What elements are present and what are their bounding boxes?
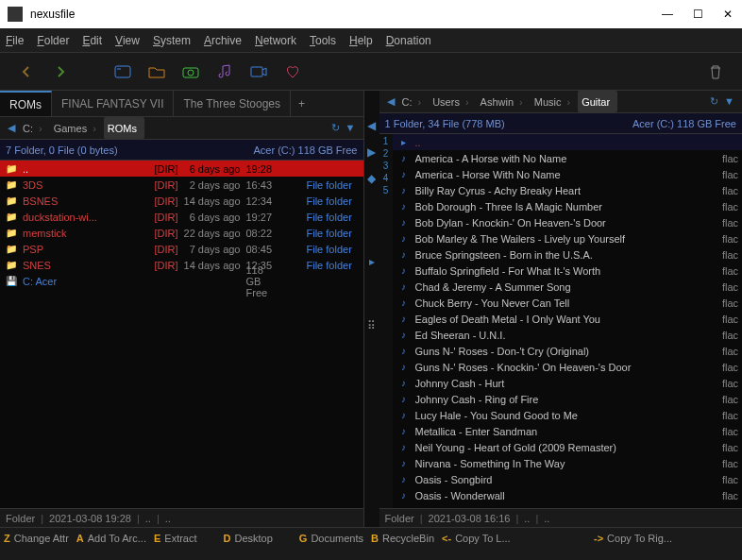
fn-copy-to-rig-[interactable]: ->Copy To Rig... [590,533,742,544]
right-file-list[interactable]: ▸..♪America - A Horse with No Nameflac♪A… [393,134,743,508]
file-ext: flac [704,201,738,212]
file-row[interactable]: ♪Metallica - Enter Sandmanflac [393,423,743,439]
file-row[interactable]: ♪Buffalo Springfield - For What It-'s Wo… [393,263,743,279]
file-ext: flac [704,185,738,196]
favorite-slot[interactable]: 1 [383,136,389,146]
tab-the-three-stooges[interactable]: The Three Stooges [174,91,291,116]
left-file-list[interactable]: 📁..[DIR]6 days ago19:28📁3DS[DIR]2 days a… [0,161,363,508]
parent-row[interactable]: ▸.. [393,134,743,150]
fn-extract[interactable]: EExtract [150,533,201,544]
dropdown-icon[interactable]: ▼ [724,95,734,108]
breadcrumb-seg[interactable]: Music [531,91,578,112]
menu-view[interactable]: View [115,34,140,47]
file-row[interactable]: ♪Bruce Springsteen - Born in the U.S.A.f… [393,246,743,263]
file-row[interactable]: ♪Johnny Cash - Hurtflac [393,375,743,391]
file-row[interactable]: ♪Guns N-' Roses - Knockin-' On Heaven-'s… [393,359,743,375]
file-row[interactable]: ♪Oasis - Wonderwallflac [393,487,743,503]
fn-change-attr[interactable]: ZChange Attr [0,533,73,544]
file-row[interactable]: ♪Oasis - Songbirdflac [393,471,743,487]
bars-icon[interactable]: ⠿ [367,319,376,332]
scroll-up-icon[interactable]: ▸ [369,255,375,268]
favorite-slot[interactable]: 5 [383,185,389,195]
trash-icon[interactable] [700,59,731,85]
file-row[interactable]: ♪Bob Dylan - Knockin-' On Heaven-'s Door… [393,214,743,230]
folder-icon[interactable] [142,59,172,85]
tab-roms[interactable]: ROMs [0,91,52,116]
folder-row[interactable]: 📁PSP[DIR]7 days ago08:45File folder [0,241,363,257]
menu-tools[interactable]: Tools [310,34,336,47]
music-note-icon: ♪ [396,474,412,484]
fn-documents[interactable]: GDocuments [295,533,367,544]
breadcrumb-seg[interactable]: Users [429,91,476,112]
file-row[interactable]: ♪Chad & Jeremy - A Summer Songflac [393,279,743,295]
dropdown-icon[interactable]: ▼ [346,122,356,134]
sync-left-icon[interactable]: ◀ [367,119,376,132]
folder-row[interactable]: 📁3DS[DIR]2 days ago16:43File folder [0,177,363,193]
favorite-slot[interactable]: 4 [383,173,389,183]
favorite-slot[interactable]: 2 [383,148,389,159]
menu-archive[interactable]: Archive [204,34,242,47]
breadcrumb-seg[interactable]: ROMs [104,117,144,139]
tab-add-button[interactable]: + [291,91,312,116]
menu-donation[interactable]: Donation [386,34,431,47]
file-row[interactable]: ♪Ed Sheeran - U.N.I.flac [393,327,743,343]
sync-right-icon[interactable]: ▶ [367,145,376,159]
file-row[interactable]: ♪Neil Young - Heart of Gold (2009 Remast… [393,439,743,455]
bc-back-icon[interactable]: ◀ [4,122,19,134]
breadcrumb-seg[interactable]: Ashwin [477,91,531,112]
refresh-icon[interactable]: ↻ [710,95,718,108]
maximize-button[interactable]: ☐ [691,8,704,21]
drive-row[interactable]: 💾C: Acer118 GB Free [0,273,363,289]
breadcrumb-seg[interactable]: Guitar [578,91,617,112]
file-type: File folder [307,195,360,207]
menu-system[interactable]: System [153,34,191,47]
breadcrumb-seg[interactable]: C: [19,117,50,139]
menu-help[interactable]: Help [349,34,373,47]
minimize-button[interactable]: — [661,8,674,21]
file-type: File folder [307,244,360,255]
file-row[interactable]: ♪Lucy Hale - You Sound Good to Meflac [393,407,743,423]
folder-row[interactable]: 📁SNES[DIR]14 days ago12:35File folder [0,257,363,273]
file-row[interactable]: ♪Eagles of Death Metal - I Only Want You… [393,311,743,327]
file-row[interactable]: ♪America - A Horse with No Nameflac [393,150,743,166]
video-icon[interactable] [244,59,274,85]
fn-desktop[interactable]: DDesktop [220,533,277,544]
tab-final-fantasy-vii[interactable]: FINAL FANTASY VII [52,91,174,116]
favorite-icon[interactable] [278,59,308,85]
file-row[interactable]: ♪America - Horse With No Nameflac [393,166,743,182]
breadcrumb-seg[interactable]: Games [50,117,104,139]
file-age: 6 days ago [178,212,246,223]
swap-icon[interactable]: ◆ [367,172,376,185]
console-icon[interactable] [108,59,138,85]
camera-icon[interactable] [176,59,206,85]
menu-edit[interactable]: Edit [82,34,102,47]
file-row[interactable]: ♪Bob Marley & The Wailers - Lively up Yo… [393,230,743,246]
nav-back-button[interactable] [11,59,42,85]
folder-row[interactable]: 📁duckstation-wi...[DIR]6 days ago19:27Fi… [0,209,363,225]
nav-forward-button[interactable] [45,59,76,85]
dir-tag: [DIR] [143,195,178,207]
file-row[interactable]: ♪Chuck Berry - You Never Can Tellflac [393,295,743,311]
fn-add-to-arc-[interactable]: AAdd To Arc... [73,533,150,544]
file-row[interactable]: ♪Billy Ray Cyrus - Achy Breaky Heartflac [393,182,743,198]
fn-copy-to-l-[interactable]: <-Copy To L... [438,533,590,544]
bc-back-icon[interactable]: ◀ [383,95,398,108]
refresh-icon[interactable]: ↻ [331,122,340,134]
file-row[interactable]: ♪Guns N-' Roses - Don-'t Cry (Original)f… [393,343,743,359]
breadcrumb-seg[interactable]: C: [398,91,430,112]
fn-recyclebin[interactable]: BRecycleBin [367,533,438,544]
file-row[interactable]: ♪Nirvana - Something In The Wayflac [393,455,743,471]
menu-network[interactable]: Network [255,34,296,47]
close-button[interactable]: ✕ [721,8,734,21]
menu-file[interactable]: File [6,34,24,47]
app-icon [8,7,23,22]
file-row[interactable]: ♪Johnny Cash - Ring of Fireflac [393,391,743,407]
file-row[interactable]: ♪Bob Dorough - Three Is A Magic Numberfl… [393,198,743,214]
music-icon[interactable] [210,59,240,85]
folder-row[interactable]: 📁..[DIR]6 days ago19:28 [0,161,363,177]
right-pane: ◀C:UsersAshwinMusicGuitar↻▼ 1 Folder, 34… [379,91,743,527]
favorite-slot[interactable]: 3 [383,161,389,171]
menu-folder[interactable]: Folder [37,34,69,47]
folder-row[interactable]: 📁memstick[DIR]22 days ago08:22File folde… [0,225,363,241]
folder-row[interactable]: 📁BSNES[DIR]14 days ago12:34File folder [0,193,363,209]
